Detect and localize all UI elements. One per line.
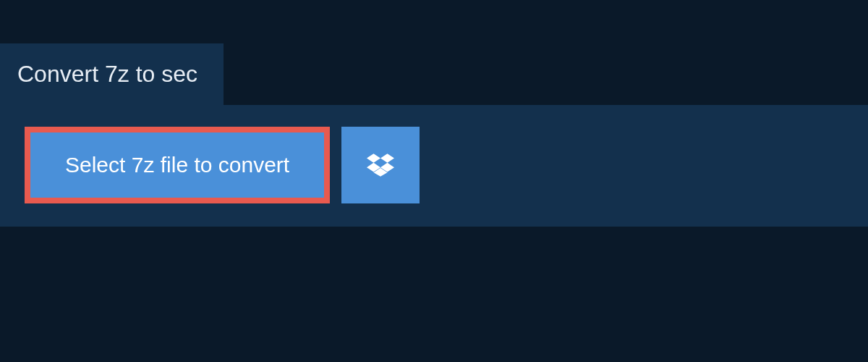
page-title: Convert 7z to sec [17,61,197,88]
button-row: Select 7z file to convert [25,127,843,203]
tab-header: Convert 7z to sec [0,43,224,105]
main-panel: Select 7z file to convert [0,105,868,227]
dropbox-icon [367,151,394,179]
select-file-label: Select 7z file to convert [65,153,289,177]
dropbox-button[interactable] [341,127,420,203]
select-file-button[interactable]: Select 7z file to convert [25,127,330,203]
